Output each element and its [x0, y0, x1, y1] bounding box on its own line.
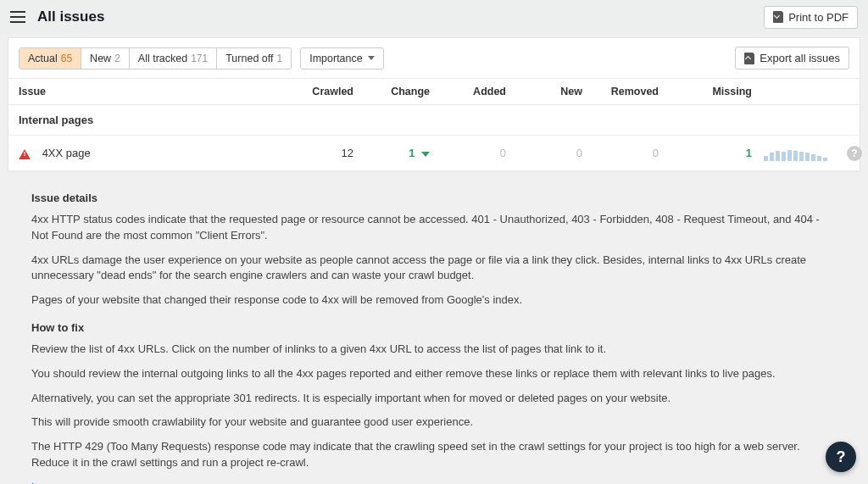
tab-label: New	[90, 53, 111, 64]
col-issue: Issue	[19, 86, 277, 97]
col-missing: Missing	[659, 86, 752, 97]
fix-text: This will provide smooth crawlability fo…	[31, 414, 837, 431]
trend-down-icon	[421, 152, 430, 157]
cell-new: 0	[506, 147, 582, 159]
fix-text: You should review the internal outgoing …	[31, 366, 837, 382]
importance-dropdown[interactable]: Importance	[300, 47, 384, 70]
tab-turned-off[interactable]: Turned off 1	[217, 48, 291, 69]
issue-details-panel: Issue details 4xx HTTP status codes indi…	[8, 175, 860, 484]
col-added: Added	[430, 86, 506, 97]
details-text: Pages of your website that changed their…	[31, 292, 837, 309]
col-change: Change	[353, 86, 430, 97]
cell-change: 1	[409, 147, 415, 159]
issue-name: 4XX page	[42, 147, 91, 159]
help-icon[interactable]: ?	[847, 146, 862, 161]
cell-removed: 0	[582, 147, 659, 159]
tab-count: 2	[114, 53, 120, 64]
details-text: 4xx URLs damage the user experience on y…	[31, 253, 837, 285]
tab-count: 65	[61, 53, 72, 64]
cell-missing: 1	[659, 147, 752, 159]
file-pdf-icon	[773, 11, 783, 23]
table-header: Issue Crawled Change Added New Removed M…	[8, 78, 860, 105]
chevron-down-icon	[368, 56, 375, 60]
fix-text: Alternatively, you can set the appropria…	[31, 391, 837, 407]
export-all-issues-button[interactable]: Export all issues	[735, 47, 849, 70]
tab-actual[interactable]: Actual 65	[19, 48, 81, 69]
tab-new[interactable]: New 2	[81, 48, 130, 69]
issue-filter-tabs: Actual 65 New 2 All tracked 171 Turned o…	[19, 47, 292, 70]
file-export-icon	[744, 53, 754, 64]
sparkline	[752, 146, 828, 161]
dropdown-label: Importance	[309, 53, 363, 64]
tab-label: Turned off	[225, 53, 273, 64]
how-to-fix-heading: How to fix	[31, 320, 837, 337]
col-new: New	[506, 86, 582, 97]
details-text: 4xx HTTP status codes indicate that the …	[31, 212, 837, 244]
table-row[interactable]: 4XX page 12 1 0 0 0 1 ?	[8, 136, 860, 171]
details-heading: Issue details	[31, 191, 837, 207]
cell-added: 0	[430, 147, 506, 159]
fix-text: The HTTP 429 (Too Many Requests) respons…	[31, 439, 837, 471]
print-button-label: Print to PDF	[788, 11, 849, 24]
tab-count: 1	[277, 53, 283, 64]
page-title: All issues	[37, 8, 764, 25]
tab-all-tracked[interactable]: All tracked 171	[130, 48, 217, 69]
menu-icon[interactable]	[10, 11, 25, 23]
error-icon	[19, 149, 31, 159]
learn-more-link[interactable]: Learn more	[31, 481, 87, 484]
fix-text: Review the list of 4xx URLs. Click on th…	[31, 342, 837, 358]
col-crawled: Crawled	[277, 86, 353, 97]
export-button-label: Export all issues	[760, 52, 840, 64]
tab-label: All tracked	[138, 53, 187, 64]
help-fab[interactable]: ?	[826, 442, 856, 472]
tab-label: Actual	[28, 53, 58, 64]
col-removed: Removed	[582, 86, 659, 97]
tab-count: 171	[191, 53, 208, 64]
cell-crawled: 12	[277, 147, 353, 159]
print-to-pdf-button[interactable]: Print to PDF	[764, 6, 858, 29]
section-internal-pages: Internal pages	[8, 105, 860, 136]
